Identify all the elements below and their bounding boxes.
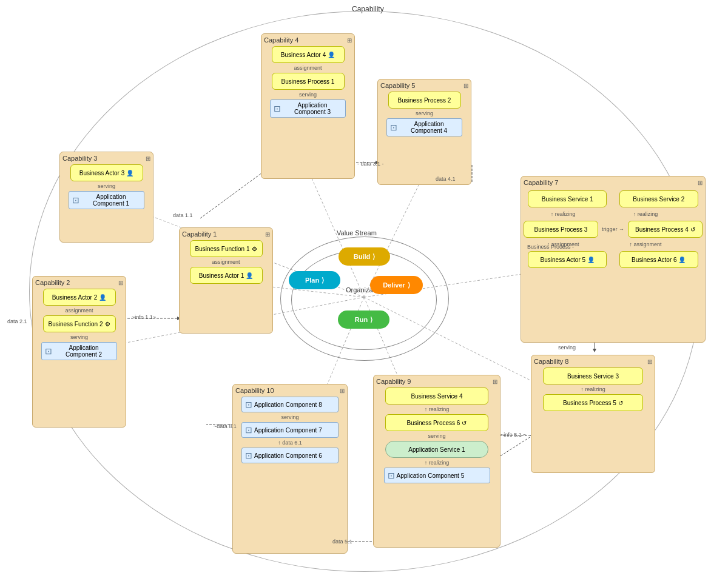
business-actor-3-box: Business Actor 3 👤 [70, 164, 143, 181]
cap7-rel2: ↑ realizing [606, 211, 685, 217]
value-stream-label: Value Stream [337, 229, 377, 237]
app-comp-4-box: ⊡ Application Component 4 [386, 118, 462, 136]
cap9-rel2: serving [376, 433, 497, 439]
cap10-rel2: ↑ data 6.1 [235, 440, 345, 446]
business-process-dash-label: Business Process - [527, 244, 574, 250]
data-1-1-label: data 1.1 [173, 212, 193, 218]
cap10-rel1: serving [235, 414, 345, 420]
cap7-row1: Business Service 1 Business Service 2 [524, 189, 703, 209]
cap4-icon: ⊞ [347, 37, 352, 44]
info-5-1-label: ~info 5.1 ~ [500, 432, 527, 438]
app-comp-3-icon: ⊡ [274, 104, 281, 113]
serving-label-cap7-cap8: serving [558, 344, 576, 351]
capability-8-box: Capability 8 ⊞ Business Service 3 ↑ real… [531, 355, 655, 473]
cap4-rel1: assignment [264, 65, 352, 71]
business-process-1-box: Business Process 1 [272, 73, 345, 90]
capability-8-title: Capability 8 ⊞ [534, 358, 652, 365]
data-8-1-label: ~data 8.1 [214, 423, 237, 429]
cap7-row2: ↑ realizing ↑ realizing [524, 210, 703, 218]
cap5-icon: ⊞ [463, 82, 468, 89]
business-service-1-box: Business Service 1 [528, 190, 607, 207]
cap7-rel1: ↑ realizing [524, 211, 602, 217]
capability-2-title: Capability 2 ⊞ [35, 279, 123, 286]
cap7-row3: Business Process 3 trigger → Business Pr… [524, 219, 703, 240]
business-actor-6-box: Business Actor 6 👤 [619, 251, 698, 268]
app-comp-1-box: ⊡ Application Component 1 [69, 191, 144, 209]
deliver-element: Deliver ⟩ [370, 276, 423, 294]
app-comp-5-box: ⊡ Application Component 5 [384, 468, 490, 483]
business-actor-5-box: Business Actor 5 👤 [528, 251, 607, 268]
build-element: Build ⟩ [339, 247, 390, 266]
data-2-1-label: data 2.1 [7, 318, 27, 324]
cap8-icon: ⊞ [647, 358, 652, 365]
cap5-rel1: serving [380, 110, 468, 116]
capability-7-title: Capability 7 ⊞ [524, 179, 703, 186]
capability-10-title: Capability 10 ⊞ [235, 387, 345, 394]
app-comp-8-icon: ⊡ [245, 400, 252, 409]
cap8-rel1: ↑ realizing [534, 386, 652, 392]
cap2-rel2: serving [35, 334, 123, 340]
cap4-rel2: serving [264, 92, 352, 98]
app-comp-3-box: ⊡ Application Component 3 [270, 99, 346, 118]
cap7-row5: Business Actor 5 👤 Business Actor 6 👤 [524, 249, 703, 270]
capability-9-box: Capability 9 ⊞ Business Service 4 ↑ real… [373, 375, 500, 548]
capability-2-box: Capability 2 ⊞ Business Actor 2 👤 assign… [32, 276, 126, 428]
capability-5-box: Capability 5 ⊞ Business Process 2 servin… [377, 79, 471, 185]
business-actor-1-box: Business Actor 1 👤 [190, 267, 263, 284]
plan-element: Plan ⟩ [289, 271, 340, 289]
cap3-rel1: serving [62, 183, 150, 189]
business-service-3-box: Business Service 3 [543, 368, 643, 384]
business-function-1-box: Business Function 1 ⚙ [190, 240, 263, 257]
business-function-2-box: Business Function 2 ⚙ [43, 315, 116, 332]
business-service-2-box: Business Service 2 [619, 190, 698, 207]
business-process-5-box: Business Process 5 ↺ [543, 394, 643, 411]
app-comp-4-icon: ⊡ [390, 123, 397, 132]
diagram-container: Capability [0, 0, 728, 584]
cap7-icon: ⊞ [698, 180, 703, 186]
app-comp-5-icon: ⊡ [388, 471, 395, 480]
business-process-6-box: Business Process 6 ↺ [385, 414, 488, 431]
cap9-icon: ⊞ [493, 378, 497, 385]
trigger-label: trigger → [602, 226, 624, 232]
capability-7-box: Capability 7 ⊞ Business Service 1 Busine… [521, 176, 706, 343]
data-3-1-label: - data 3.1 - [357, 161, 384, 167]
capability-3-title: Capability 3 ⊞ [62, 155, 150, 162]
app-comp-1-icon: ⊡ [72, 195, 79, 205]
business-actor-4-box: Business Actor 4 👤 [272, 46, 345, 63]
app-comp-6-box: ⊡ Application Component 6 [241, 448, 339, 463]
cap7-rel4: ↑ assignment [606, 241, 685, 247]
business-actor-2-box: Business Actor 2 👤 [43, 289, 116, 306]
capability-3-box: Capability 3 ⊞ Business Actor 3 👤 servin… [59, 152, 153, 243]
capability-10-box: Capability 10 ⊞ ⊡ Application Component … [232, 384, 348, 554]
app-comp-2-icon: ⊡ [45, 346, 52, 356]
business-process-4-box: Business Process 4 ↺ [628, 221, 703, 238]
app-comp-2-box: ⊡ Application Component 2 [41, 342, 117, 360]
capability-1-title: Capability 1 ⊞ [182, 230, 270, 238]
cap2-icon: ⊞ [118, 280, 123, 286]
cap9-rel1: ↑ realizing [376, 406, 497, 412]
capability-4-box: Capability 4 ⊞ Business Actor 4 👤 assign… [261, 33, 355, 179]
cap1-icon: ⊞ [265, 231, 270, 238]
app-comp-7-icon: ⊡ [245, 425, 252, 435]
capability-9-title: Capability 9 ⊞ [376, 378, 497, 385]
cap9-rel3: ↑ realizing [376, 460, 497, 466]
capability-5-title: Capability 5 ⊞ [380, 82, 468, 89]
run-element: Run ⟩ [338, 310, 389, 329]
app-comp-8-box: ⊡ Application Component 8 [241, 397, 339, 412]
data-5-1-label: data 5.1 [332, 539, 352, 545]
capability-4-title: Capability 4 ⊞ [264, 36, 352, 44]
cap3-icon: ⊞ [146, 155, 150, 162]
app-comp-7-box: ⊡ Application Component 7 [241, 422, 339, 438]
cap10-icon: ⊞ [340, 388, 345, 394]
capability-1-box: Capability 1 ⊞ Business Function 1 ⚙ ass… [179, 227, 273, 334]
business-process-3-box: Business Process 3 [524, 221, 598, 238]
app-comp-6-icon: ⊡ [245, 451, 252, 460]
cap2-rel1: assignment [35, 307, 123, 314]
app-service-1-box: Application Service 1 [385, 441, 488, 458]
data-4-1-label: data 4.1 [436, 176, 456, 182]
business-service-4-box: Business Service 4 [385, 388, 488, 404]
business-process-2-box: Business Process 2 [388, 92, 461, 109]
cap1-rel1: assignment [182, 259, 270, 265]
info-1-1-label: ~info 1.1~ [132, 314, 156, 320]
